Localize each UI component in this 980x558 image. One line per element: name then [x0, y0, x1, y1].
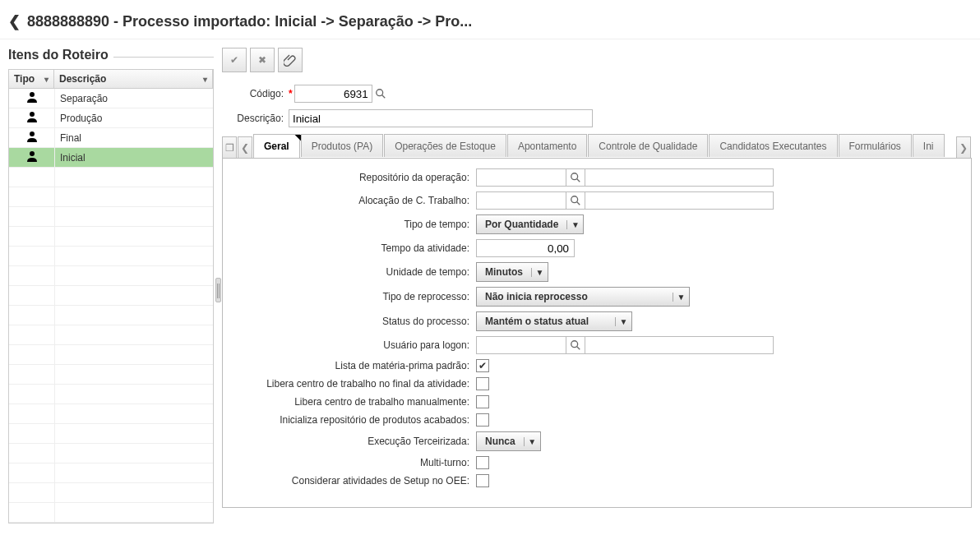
descricao-label: Descrição:	[222, 113, 284, 124]
table-row[interactable]	[9, 168, 213, 187]
col-header-descricao[interactable]: Descrição ▾	[54, 70, 213, 88]
tipo-tempo-label: Tipo de tempo:	[231, 219, 469, 230]
usuario-logon-search-icon[interactable]	[566, 336, 585, 354]
left-panel-title: Itens do Roteiro	[8, 48, 109, 62]
table-row[interactable]	[9, 385, 213, 404]
exec-terc-label: Execução Terceirizada:	[231, 436, 469, 447]
tempo-atividade-label: Tempo da atividade:	[231, 242, 469, 254]
right-panel: ✔ ✖ Código: * Descrição: ❐ ❮ Geral◥Produ…	[222, 48, 972, 523]
row-desc: Produção	[54, 108, 213, 127]
table-row[interactable]	[9, 503, 213, 523]
table-row[interactable]	[9, 247, 213, 266]
attachment-button[interactable]	[278, 48, 303, 72]
tempo-atividade-input[interactable]	[476, 239, 575, 257]
filter-icon[interactable]: ▾	[203, 75, 207, 84]
col-header-tipo[interactable]: Tipo ▾	[9, 70, 54, 88]
required-mark: *	[289, 88, 293, 99]
table-row[interactable]	[9, 404, 213, 424]
libera-manual-checkbox[interactable]	[476, 395, 489, 408]
setup-oee-checkbox[interactable]	[476, 474, 489, 487]
back-chevron[interactable]: ❮	[8, 12, 21, 30]
unidade-tempo-select[interactable]: Minutos▼	[476, 262, 548, 282]
usuario-logon-input[interactable]	[476, 336, 566, 354]
tab-scroll-right[interactable]: ❯	[956, 136, 971, 158]
tab-ini[interactable]: Ini	[913, 134, 945, 157]
alocacao-search-icon[interactable]	[566, 191, 585, 210]
filter-icon[interactable]: ▾	[44, 75, 49, 84]
repositorio-label: Repositório da operação:	[231, 172, 469, 183]
table-row[interactable]	[9, 207, 213, 227]
tipo-tempo-select[interactable]: Por Quantidade▼	[476, 214, 584, 234]
row-desc: Final	[54, 128, 213, 147]
tab-scroll-left[interactable]: ❮	[238, 136, 252, 158]
repositorio-desc	[585, 168, 774, 187]
libera-fim-checkbox[interactable]	[476, 377, 489, 390]
table-row[interactable]	[9, 483, 213, 503]
page-header: ❮ 8888888890 - Processo importado: Inici…	[0, 0, 980, 39]
multi-turno-label: Multi-turno:	[231, 457, 469, 468]
person-icon	[9, 130, 54, 145]
table-row[interactable]: Produção	[9, 108, 213, 128]
roteiro-grid: Tipo ▾ Descrição ▾ SeparaçãoProduçãoFina…	[8, 69, 214, 523]
table-row[interactable]	[9, 463, 213, 483]
table-row[interactable]: Separação	[9, 89, 213, 108]
table-row[interactable]	[9, 187, 213, 207]
alocacao-input[interactable]	[476, 191, 566, 210]
tab-geral[interactable]: Geral◥	[253, 134, 300, 158]
tab-apontamento[interactable]: Apontamento	[507, 134, 587, 157]
row-desc: Separação	[54, 89, 213, 108]
row-desc: Inicial	[54, 148, 213, 167]
libera-fim-label: Libera centro de trabalho no final da at…	[231, 378, 469, 390]
tab-candidatos-executantes[interactable]: Candidatos Executantes	[709, 134, 837, 157]
table-row[interactable]	[9, 266, 213, 286]
table-row[interactable]: Inicial	[9, 148, 213, 168]
codigo-search-icon[interactable]	[372, 85, 389, 103]
table-row[interactable]	[9, 306, 213, 325]
lista-mp-label: Lista de matéria-prima padrão:	[231, 360, 469, 371]
table-row[interactable]	[9, 345, 213, 365]
status-label: Status do processo:	[231, 316, 469, 327]
status-select[interactable]: Mantém o status atual▼	[476, 311, 632, 331]
tab-opera-es-de-estoque[interactable]: Operações de Estoque	[384, 134, 506, 157]
descricao-input[interactable]	[289, 109, 593, 127]
person-icon	[9, 110, 54, 126]
table-row[interactable]	[9, 365, 213, 385]
usuario-logon-desc	[585, 336, 774, 354]
lista-mp-checkbox[interactable]	[476, 359, 489, 372]
table-row[interactable]	[9, 444, 213, 463]
tipo-reprocesso-select[interactable]: Não inicia reprocesso▼	[476, 287, 690, 307]
inicializa-rep-checkbox[interactable]	[476, 413, 489, 427]
person-icon	[9, 90, 54, 106]
multi-turno-checkbox[interactable]	[476, 456, 489, 469]
tab-formul-rios[interactable]: Formulários	[839, 134, 912, 157]
toolbar: ✔ ✖	[222, 48, 972, 72]
left-panel: Itens do Roteiro Tipo ▾ Descrição ▾ Sepa…	[8, 48, 214, 523]
tab-content-geral: Repositório da operação: Alocação de C. …	[222, 159, 972, 508]
confirm-button[interactable]: ✔	[222, 48, 247, 72]
tab-produtos-pa-[interactable]: Produtos (PA)	[301, 134, 383, 157]
tab-bar: ❐ ❮ Geral◥Produtos (PA)Operações de Esto…	[222, 134, 972, 159]
exec-terc-select[interactable]: Nunca▼	[476, 431, 541, 451]
codigo-label: Código:	[222, 88, 284, 99]
table-row[interactable]	[9, 286, 213, 306]
repositorio-input[interactable]	[476, 168, 566, 187]
splitter-handle[interactable]	[215, 278, 221, 302]
usuario-logon-label: Usuário para logon:	[231, 339, 469, 351]
tab-controle-de-qualidade[interactable]: Controle de Qualidade	[588, 134, 708, 157]
unidade-tempo-label: Unidade de tempo:	[231, 266, 469, 278]
setup-oee-label: Considerar atividades de Setup no OEE:	[231, 475, 469, 487]
table-row[interactable]	[9, 424, 213, 444]
alocacao-label: Alocação de C. Trabalho:	[231, 195, 469, 206]
inicializa-rep-label: Inicializa repositório de produtos acaba…	[231, 414, 469, 426]
table-row[interactable]: Final	[9, 128, 213, 148]
table-row[interactable]	[9, 227, 213, 247]
alocacao-desc	[585, 191, 774, 210]
tab-copy-icon[interactable]: ❐	[222, 136, 237, 158]
page-title: 8888888890 - Processo importado: Inicial…	[27, 13, 472, 30]
table-row[interactable]	[9, 325, 213, 345]
cancel-button[interactable]: ✖	[250, 48, 275, 72]
repositorio-search-icon[interactable]	[566, 168, 585, 187]
codigo-input[interactable]	[294, 85, 372, 103]
tipo-reprocesso-label: Tipo de reprocesso:	[231, 291, 469, 302]
libera-manual-label: Libera centro de trabalho manualmente:	[231, 396, 469, 408]
